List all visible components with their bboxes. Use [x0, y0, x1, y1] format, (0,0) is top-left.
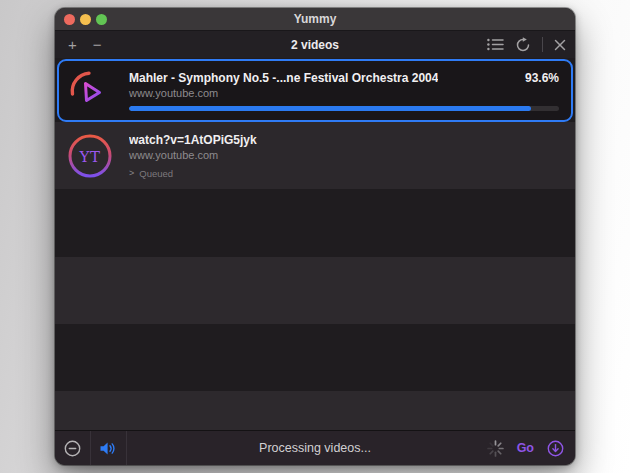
add-video-button[interactable]: + [68, 37, 77, 52]
video-info: watch?v=1AtOPiG5jyk www.youtube.com > Qu… [129, 133, 561, 179]
yt-badge-letters: YT [79, 147, 101, 165]
close-window-button[interactable] [64, 14, 75, 25]
list-row-empty [55, 324, 575, 391]
traffic-lights [64, 8, 107, 30]
minimize-window-button[interactable] [80, 14, 91, 25]
progress-percent: 93.6% [525, 71, 559, 85]
videos-count-title: 2 videos [291, 38, 339, 52]
video-url: www.youtube.com [129, 87, 559, 99]
sound-toggle-button[interactable] [91, 431, 126, 465]
video-title: watch?v=1AtOPiG5jyk [129, 133, 257, 147]
progress-bar-fill [129, 106, 531, 111]
video-row-queued[interactable]: YT watch?v=1AtOPiG5jyk www.youtube.com >… [55, 122, 575, 189]
remove-video-button[interactable]: − [93, 37, 102, 52]
refresh-icon [515, 37, 531, 53]
zoom-window-button[interactable] [96, 14, 107, 25]
progress-bar-track [129, 106, 559, 111]
video-row-downloading[interactable]: Mahler - Symphony No.5 -...ne Festival O… [57, 59, 573, 122]
go-button[interactable]: Go [517, 441, 534, 455]
toolbar-right-group [487, 37, 566, 53]
list-row-empty [55, 189, 575, 257]
list-row-empty [55, 257, 575, 324]
list-view-button[interactable] [487, 38, 504, 51]
video-list: Mahler - Symphony No.5 -...ne Festival O… [55, 58, 575, 430]
window-title: Yummy [294, 12, 337, 26]
status-badge: Queued [139, 168, 173, 179]
status-message: Processing videos... [259, 441, 371, 455]
circle-minus-icon [64, 440, 81, 457]
remove-completed-button[interactable] [55, 431, 90, 465]
app-window: Yummy + − 2 videos [55, 8, 575, 465]
statusbar: Processing videos... Go [55, 430, 575, 465]
list-icon [487, 38, 504, 51]
video-url: www.youtube.com [129, 149, 561, 161]
toolbar: + − 2 videos [55, 30, 575, 58]
list-row-empty [55, 391, 575, 430]
speaker-icon [99, 441, 118, 456]
statusbar-separator [126, 431, 127, 465]
queued-status[interactable]: > Queued [129, 168, 561, 179]
progress-play-icon [67, 68, 113, 114]
youtube-badge-icon: YT [67, 133, 113, 179]
video-info: Mahler - Symphony No.5 -...ne Festival O… [129, 71, 559, 111]
spinner-icon [487, 440, 504, 457]
titlebar: Yummy [55, 8, 575, 30]
toolbar-left-group: + − [68, 37, 102, 52]
statusbar-left-group [55, 431, 127, 465]
close-icon [554, 39, 566, 51]
close-list-button[interactable] [554, 39, 566, 51]
download-button[interactable] [547, 440, 564, 457]
disclosure-chevron-icon[interactable]: > [129, 168, 134, 178]
video-title: Mahler - Symphony No.5 -...ne Festival O… [129, 71, 438, 85]
refresh-button[interactable] [515, 37, 531, 53]
statusbar-right-group: Go [487, 440, 564, 457]
download-icon [547, 440, 564, 457]
toolbar-separator [542, 37, 543, 52]
